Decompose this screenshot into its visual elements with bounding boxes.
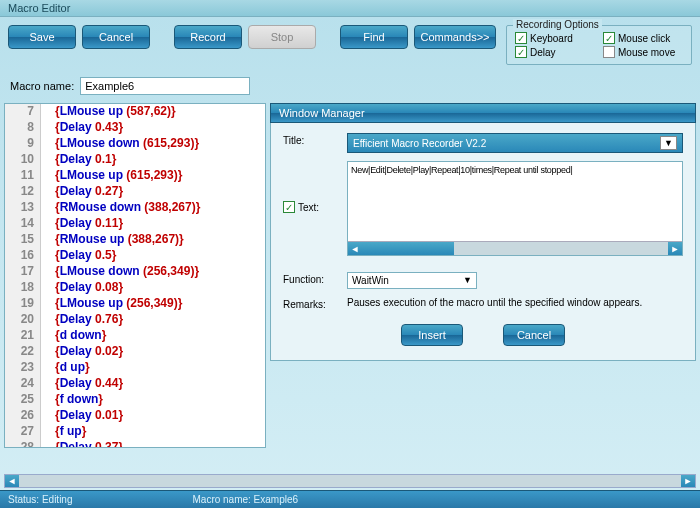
line-number: 10	[5, 152, 41, 168]
scroll-right-icon[interactable]: ►	[668, 242, 682, 255]
code-line[interactable]: 26{Delay 0.01}	[5, 408, 265, 424]
cancel-button[interactable]: Cancel	[82, 25, 150, 49]
save-button[interactable]: Save	[8, 25, 76, 49]
code-line[interactable]: 10{Delay 0.1}	[5, 152, 265, 168]
scroll-right-icon[interactable]: ►	[681, 475, 695, 487]
code-line[interactable]: 9{LMouse down (615,293)}	[5, 136, 265, 152]
panel-header: Window Manager	[270, 103, 696, 123]
line-number: 11	[5, 168, 41, 184]
check-icon: ✓	[603, 32, 615, 44]
line-number: 14	[5, 216, 41, 232]
chevron-down-icon: ▼	[660, 136, 677, 150]
code-line[interactable]: 25{f down}	[5, 392, 265, 408]
status-macro-name: Macro name: Example6	[192, 494, 298, 505]
title-dropdown[interactable]: Efficient Macro Recorder V2.2▼	[347, 133, 683, 153]
window-title: Macro Editor	[0, 0, 700, 17]
code-line[interactable]: 14{Delay 0.11}	[5, 216, 265, 232]
code-line[interactable]: 8{Delay 0.43}	[5, 120, 265, 136]
line-number: 26	[5, 408, 41, 424]
line-number: 7	[5, 104, 41, 120]
code-line[interactable]: 15{RMouse up (388,267)}	[5, 232, 265, 248]
function-dropdown[interactable]: WaitWin ▼	[347, 272, 477, 289]
line-number: 9	[5, 136, 41, 152]
code-line[interactable]: 13{RMouse down (388,267)}	[5, 200, 265, 216]
code-line[interactable]: 20{Delay 0.76}	[5, 312, 265, 328]
code-line[interactable]: 19{LMouse up (256,349)}	[5, 296, 265, 312]
code-line[interactable]: 23{d up}	[5, 360, 265, 376]
title-label: Title:	[283, 133, 339, 146]
code-line[interactable]: 16{Delay 0.5}	[5, 248, 265, 264]
text-area[interactable]: New|Edit|Delete|Play|Repeat|10|times|Rep…	[347, 161, 683, 256]
line-number: 8	[5, 120, 41, 136]
line-number: 17	[5, 264, 41, 280]
line-number: 25	[5, 392, 41, 408]
option-delay[interactable]: ✓Delay	[515, 46, 595, 58]
line-number: 18	[5, 280, 41, 296]
line-number: 13	[5, 200, 41, 216]
remarks-label: Remarks:	[283, 297, 339, 310]
status-bar: Status: Editing Macro name: Example6	[0, 490, 700, 508]
line-number: 28	[5, 440, 41, 448]
stop-button[interactable]: Stop	[248, 25, 316, 49]
code-line[interactable]: 24{Delay 0.44}	[5, 376, 265, 392]
scrollbar-horizontal[interactable]: ◄ ►	[348, 241, 682, 255]
toolbar: Save Cancel Record Stop Find Commands>> …	[0, 17, 700, 73]
code-line[interactable]: 21{d down}	[5, 328, 265, 344]
insert-button[interactable]: Insert	[401, 324, 463, 346]
line-number: 20	[5, 312, 41, 328]
code-editor[interactable]: 7{LMouse up (587,62)}8{Delay 0.43}9{LMou…	[4, 103, 266, 448]
line-number: 12	[5, 184, 41, 200]
option-mouse-click[interactable]: ✓Mouse click	[603, 32, 683, 44]
line-number: 23	[5, 360, 41, 376]
chevron-down-icon: ▼	[463, 275, 472, 286]
macro-name-input[interactable]	[80, 77, 250, 95]
scroll-left-icon[interactable]: ◄	[348, 242, 362, 255]
text-label: Text:	[298, 202, 319, 213]
code-line[interactable]: 27{f up}	[5, 424, 265, 440]
code-line[interactable]: 22{Delay 0.02}	[5, 344, 265, 360]
option-mouse-move[interactable]: ✓Mouse move	[603, 46, 683, 58]
record-button[interactable]: Record	[174, 25, 242, 49]
code-line[interactable]: 11{LMouse up (615,293)}	[5, 168, 265, 184]
line-number: 15	[5, 232, 41, 248]
code-line[interactable]: 28{Delay 0.37}	[5, 440, 265, 448]
line-number: 16	[5, 248, 41, 264]
check-icon: ✓	[515, 46, 527, 58]
status-text: Status: Editing	[8, 494, 72, 505]
code-line[interactable]: 12{Delay 0.27}	[5, 184, 265, 200]
code-line[interactable]: 7{LMouse up (587,62)}	[5, 104, 265, 120]
code-line[interactable]: 18{Delay 0.08}	[5, 280, 265, 296]
commands-button[interactable]: Commands>>	[414, 25, 496, 49]
scroll-left-icon[interactable]: ◄	[5, 475, 19, 487]
line-number: 24	[5, 376, 41, 392]
line-number: 22	[5, 344, 41, 360]
function-label: Function:	[283, 272, 339, 285]
remarks-text: Pauses execution of the macro until the …	[347, 297, 683, 308]
panel-cancel-button[interactable]: Cancel	[503, 324, 565, 346]
recording-options-title: Recording Options	[513, 19, 602, 30]
recording-options-group: Recording Options ✓Keyboard ✓Mouse click…	[506, 25, 692, 65]
find-button[interactable]: Find	[340, 25, 408, 49]
line-number: 27	[5, 424, 41, 440]
check-icon: ✓	[515, 32, 527, 44]
line-number: 19	[5, 296, 41, 312]
option-keyboard[interactable]: ✓Keyboard	[515, 32, 595, 44]
text-checkbox[interactable]: ✓	[283, 201, 295, 213]
scroll-thumb[interactable]	[362, 242, 454, 255]
code-line[interactable]: 17{LMouse down (256,349)}	[5, 264, 265, 280]
line-number: 21	[5, 328, 41, 344]
main-scrollbar-horizontal[interactable]: ◄ ►	[4, 474, 696, 488]
macro-name-label: Macro name:	[10, 80, 74, 92]
check-icon: ✓	[603, 46, 615, 58]
